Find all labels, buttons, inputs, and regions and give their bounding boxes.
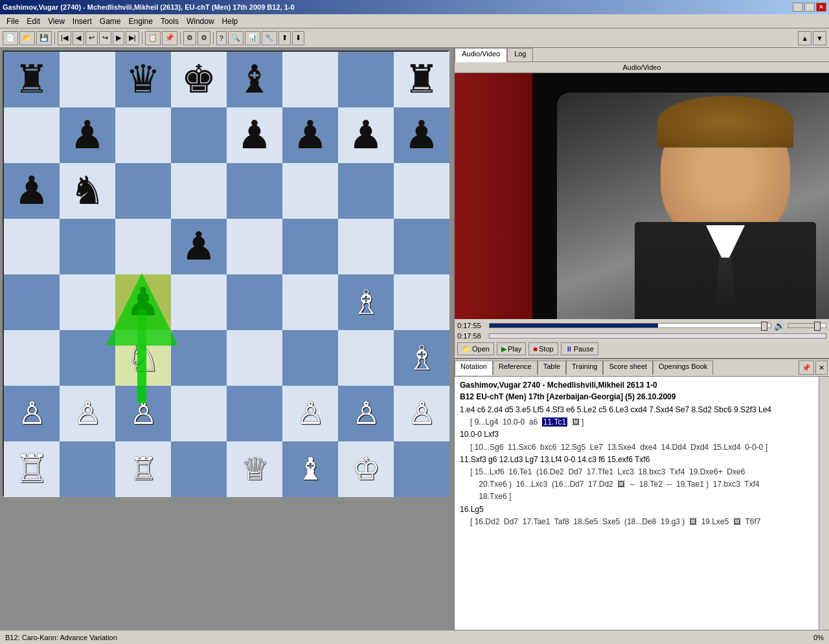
square-g4[interactable]: ♗ [338, 274, 394, 330]
close-button[interactable]: ✕ [816, 3, 826, 12]
toolbar-copy[interactable]: 📋 [145, 31, 161, 45]
maximize-button[interactable]: □ [804, 3, 815, 12]
toolbar-engine2[interactable]: ⚙ [198, 31, 210, 45]
tab-notation[interactable]: Notation [455, 361, 493, 375]
menu-engine[interactable]: Engine [125, 16, 157, 27]
volume-thumb[interactable] [814, 322, 821, 331]
chessboard[interactable]: ♜ ♛ ♚ ♝ ♜ ♟ ♟ ♟ ♟ ♟ ♟ ♞ [3, 50, 448, 496]
square-c1[interactable]: ♖ [115, 441, 171, 497]
square-g3[interactable] [338, 330, 394, 386]
menu-edit[interactable]: Edit [23, 16, 44, 27]
square-c6[interactable] [115, 163, 171, 219]
square-f8[interactable] [282, 52, 338, 107]
tab-score-sheet[interactable]: Score sheet [603, 361, 653, 375]
toolbar-nav-back[interactable]: ↩ [85, 31, 98, 45]
square-e4[interactable] [227, 274, 282, 330]
toolbar-help[interactable]: ? [216, 31, 227, 45]
square-c2[interactable]: ♙ [115, 386, 171, 441]
tab-training[interactable]: Training [566, 361, 603, 375]
toolbar-new[interactable]: 📄 [3, 31, 18, 45]
square-a3[interactable] [4, 330, 60, 386]
toolbar-nav-next[interactable]: ▶ [113, 31, 124, 45]
square-a6[interactable]: ♟ [4, 163, 60, 219]
square-a8[interactable]: ♜ [4, 52, 60, 107]
square-b3[interactable] [60, 330, 115, 386]
square-f3[interactable] [282, 330, 338, 386]
toolbar-extra3[interactable]: 🔧 [262, 31, 277, 45]
square-d5[interactable]: ♟ [171, 219, 227, 274]
toolbar-extra1[interactable]: 🔍 [228, 31, 244, 45]
square-h4[interactable] [394, 274, 449, 330]
square-e6[interactable] [227, 163, 282, 219]
volume-slider[interactable] [788, 323, 826, 328]
play-button[interactable]: ▶ Play [497, 342, 526, 355]
square-h2[interactable]: ♙ [394, 386, 449, 441]
square-g2[interactable]: ♙ [338, 386, 394, 441]
toolbar-engine1[interactable]: ⚙ [183, 31, 196, 45]
square-b6[interactable]: ♞ [60, 163, 115, 219]
square-e5[interactable] [227, 219, 282, 274]
menu-insert[interactable]: Insert [69, 16, 96, 27]
toolbar-extra5[interactable]: ⬇ [292, 31, 304, 45]
toolbar-scroll-dn[interactable]: ▼ [813, 31, 826, 45]
square-f4[interactable] [282, 274, 338, 330]
square-d1[interactable] [171, 441, 227, 497]
toolbar-nav-prev[interactable]: ◀ [73, 31, 84, 45]
tab-reference[interactable]: Reference [493, 361, 538, 375]
pause-button[interactable]: ⏸ Pause [561, 342, 598, 355]
square-d7[interactable] [171, 107, 227, 163]
square-b8[interactable] [60, 52, 115, 107]
notation-scrollbar[interactable] [819, 377, 829, 644]
square-d8[interactable]: ♚ [171, 52, 227, 107]
square-f2[interactable]: ♙ [282, 386, 338, 441]
square-g8[interactable] [338, 52, 394, 107]
tab-audio-video[interactable]: Audio/Video [455, 48, 507, 62]
progress-thumb[interactable] [761, 322, 767, 331]
square-f5[interactable] [282, 219, 338, 274]
toolbar-extra2[interactable]: 📊 [245, 31, 260, 45]
square-g6[interactable] [338, 163, 394, 219]
tab-log[interactable]: Log [507, 48, 533, 61]
minimize-button[interactable]: _ [793, 3, 803, 12]
toolbar-open[interactable]: 📂 [19, 31, 35, 45]
square-a7[interactable] [4, 107, 60, 163]
square-d4[interactable] [171, 274, 227, 330]
square-h3[interactable]: ♗ [394, 330, 449, 386]
square-d2[interactable] [171, 386, 227, 441]
square-g1[interactable]: ♔ [338, 441, 394, 497]
square-a4[interactable] [4, 274, 60, 330]
toolbar-nav-start[interactable]: |◀ [58, 31, 71, 45]
square-g5[interactable] [338, 219, 394, 274]
square-f6[interactable] [282, 163, 338, 219]
notation-pin-button[interactable]: 📌 [799, 361, 814, 375]
square-h7[interactable]: ♟ [394, 107, 449, 163]
square-b7[interactable]: ♟ [60, 107, 115, 163]
square-b1[interactable] [60, 441, 115, 497]
menu-file[interactable]: File [3, 16, 23, 27]
menu-window[interactable]: Window [183, 16, 218, 27]
square-h5[interactable] [394, 219, 449, 274]
square-d3[interactable] [171, 330, 227, 386]
square-e8[interactable]: ♝ [227, 52, 282, 107]
menu-view[interactable]: View [44, 16, 69, 27]
square-a5[interactable] [4, 219, 60, 274]
square-c4[interactable]: ♟ [115, 274, 171, 330]
menu-game[interactable]: Game [96, 16, 125, 27]
square-c7[interactable] [115, 107, 171, 163]
square-h8[interactable]: ♜ [394, 52, 449, 107]
toolbar-save[interactable]: 💾 [36, 31, 52, 45]
menu-tools[interactable]: Tools [157, 16, 183, 27]
square-h1[interactable] [394, 441, 449, 497]
tab-openings-book[interactable]: Openings Book [653, 361, 713, 375]
square-e3[interactable] [227, 330, 282, 386]
stop-button[interactable]: ■ Stop [528, 342, 558, 355]
toolbar-nav-fwd[interactable]: ↪ [99, 31, 111, 45]
tab-table[interactable]: Table [538, 361, 566, 375]
highlighted-move[interactable]: 11.Tc1 [542, 417, 567, 427]
square-e1[interactable]: ♕ [227, 441, 282, 497]
notation-close-button[interactable]: ✕ [815, 361, 828, 375]
progress-bar-2[interactable] [489, 333, 826, 339]
square-f7[interactable]: ♟ [282, 107, 338, 163]
square-g7[interactable]: ♟ [338, 107, 394, 163]
square-b5[interactable] [60, 219, 115, 274]
